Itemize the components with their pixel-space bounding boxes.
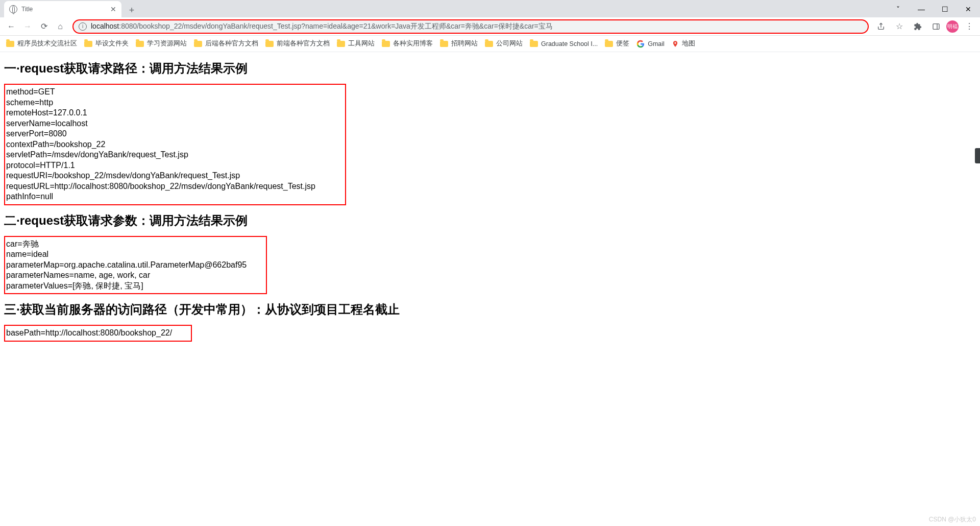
bookmark-map[interactable]: 地图 — [672, 39, 695, 48]
section3-title: 三·获取当前服务器的访问路径（开发中常用）：从协议到项目工程名截止 — [4, 301, 976, 318]
minimize-button[interactable]: — — [910, 1, 933, 17]
site-info-icon[interactable]: i — [79, 22, 87, 31]
section1-box: method=GET scheme=http remoteHost=127.0.… — [4, 84, 346, 205]
section2-title: 二·request获取请求参数：调用方法结果示例 — [4, 212, 976, 229]
bookmark-item[interactable]: 学习资源网站 — [136, 39, 187, 48]
bookmark-item[interactable]: 程序员技术交流社区 — [6, 39, 77, 48]
output-line: serverPort=8080 — [6, 129, 344, 139]
output-line: scheme=http — [6, 98, 344, 108]
menu-icon[interactable]: ⋮ — [961, 19, 977, 34]
folder-icon — [440, 41, 448, 47]
extensions-icon[interactable] — [910, 19, 926, 34]
svg-point-2 — [674, 42, 676, 43]
folder-icon — [485, 41, 493, 47]
section3-box: basePath=http://localhost:8080/bookshop_… — [4, 325, 192, 342]
svg-rect-0 — [933, 23, 939, 29]
star-icon[interactable]: ☆ — [891, 19, 908, 34]
home-button[interactable]: ⌂ — [52, 18, 68, 35]
sidepanel-icon[interactable] — [928, 19, 944, 34]
folder-icon — [530, 41, 538, 47]
folder-icon — [136, 41, 144, 47]
section2-box: car=奔驰 name=ideal parameterMap=org.apach… — [4, 236, 267, 295]
folder-icon — [6, 41, 14, 47]
side-handle[interactable] — [975, 148, 980, 163]
google-icon — [636, 40, 645, 48]
folder-icon — [84, 41, 92, 47]
bookmark-item[interactable]: 工具网站 — [337, 39, 375, 48]
bookmark-item[interactable]: 招聘网站 — [440, 39, 478, 48]
output-line: parameterNames=name, age, work, car — [6, 270, 265, 281]
globe-icon — [9, 5, 17, 13]
window-controls: ˅ — ☐ ✕ — [886, 1, 980, 17]
output-line: remoteHost=127.0.0.1 — [6, 108, 344, 118]
forward-button[interactable]: → — [19, 18, 36, 35]
section1-title: 一·request获取请求路径：调用方法结果示例 — [4, 60, 976, 77]
output-line: method=GET — [6, 87, 344, 98]
output-line: car=奔驰 — [6, 239, 265, 250]
profile-avatar[interactable]: 明福 — [946, 20, 959, 33]
output-line: pathInfo=null — [6, 192, 344, 202]
folder-icon — [194, 41, 202, 47]
reload-button[interactable]: ⟳ — [36, 18, 52, 35]
maximize-button[interactable]: ☐ — [933, 1, 957, 17]
output-line: requestURL=http://localhost:8080/booksho… — [6, 181, 344, 192]
bookmark-item[interactable]: 公司网站 — [485, 39, 523, 48]
bookmark-item[interactable]: Graduate School I... — [530, 40, 598, 47]
output-line: requestURI=/bookshop_22/msdev/dongYaBank… — [6, 171, 344, 181]
back-button[interactable]: ← — [3, 18, 19, 35]
bookmark-item[interactable]: 后端各种官方文档 — [194, 39, 258, 48]
output-line: name=ideal — [6, 249, 265, 260]
close-icon[interactable]: ✕ — [110, 5, 116, 13]
output-line: servletPath=/msdev/dongYaBank/request_Te… — [6, 150, 344, 160]
chevron-down-icon[interactable]: ˅ — [886, 1, 910, 17]
browser-tab[interactable]: Title ✕ — [4, 1, 121, 17]
output-line: parameterMap=org.apache.catalina.util.Pa… — [6, 260, 265, 271]
folder-icon — [337, 41, 345, 47]
address-bar[interactable]: i localhost:8080/bookshop_22/msdev/dongY… — [72, 19, 869, 34]
output-line: basePath=http://localhost:8080/bookshop_… — [6, 328, 190, 339]
folder-icon — [605, 41, 613, 47]
bookmarks-bar: 程序员技术交流社区 毕设文件夹 学习资源网站 后端各种官方文档 前端各种官方文档… — [0, 36, 980, 52]
output-line: parameterValues=[奔驰, 保时捷, 宝马] — [6, 281, 265, 292]
bookmark-gmail[interactable]: Gmail — [636, 40, 665, 48]
tab-title: Title — [21, 6, 33, 13]
map-pin-icon — [672, 40, 679, 47]
close-window-button[interactable]: ✕ — [957, 1, 980, 17]
share-icon[interactable] — [873, 19, 889, 34]
new-tab-button[interactable]: + — [125, 3, 139, 17]
toolbar: ← → ⟳ ⌂ i localhost:8080/bookshop_22/msd… — [0, 17, 980, 36]
output-line: protocol=HTTP/1.1 — [6, 160, 344, 171]
tab-bar: Title ✕ + ˅ — ☐ ✕ — [0, 0, 980, 17]
url-text: localhost:8080/bookshop_22/msdev/dongYaB… — [91, 22, 553, 31]
bookmark-item[interactable]: 各种实用博客 — [382, 39, 433, 48]
folder-icon — [265, 41, 274, 47]
bookmark-item[interactable]: 便签 — [605, 39, 629, 48]
output-line: contextPath=/bookshop_22 — [6, 139, 344, 150]
bookmark-item[interactable]: 毕设文件夹 — [84, 39, 129, 48]
page-content: 一·request获取请求路径：调用方法结果示例 method=GET sche… — [0, 52, 980, 349]
output-line: serverName=localhost — [6, 118, 344, 129]
bookmark-item[interactable]: 前端各种官方文档 — [265, 39, 330, 48]
folder-icon — [382, 41, 390, 47]
